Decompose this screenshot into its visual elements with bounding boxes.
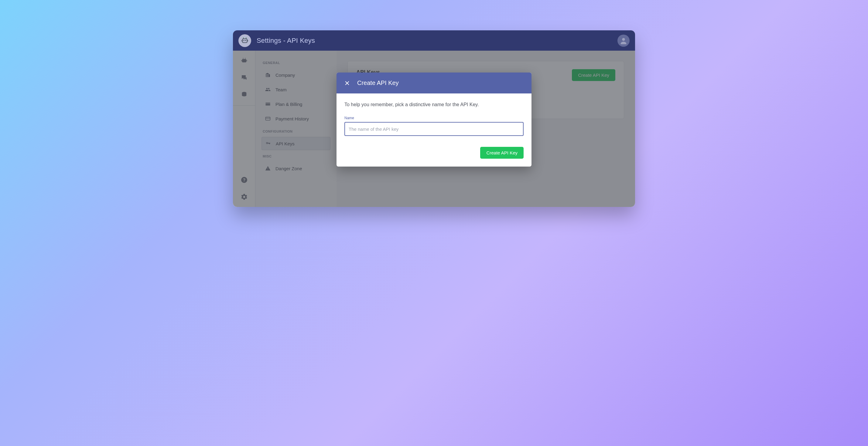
svg-rect-6	[245, 40, 246, 41]
user-icon	[619, 36, 628, 45]
svg-rect-4	[242, 39, 247, 42]
svg-rect-7	[242, 40, 242, 41]
svg-rect-5	[244, 40, 245, 41]
svg-point-9	[622, 38, 625, 41]
close-icon	[344, 80, 350, 86]
robot-icon	[241, 37, 249, 44]
app-header: Settings - API Keys	[233, 30, 635, 51]
svg-rect-8	[247, 40, 248, 41]
user-avatar[interactable]	[617, 35, 629, 47]
app-window: Settings - API Keys	[233, 30, 635, 207]
modal-helper-text: To help you remember, pick a distinctive…	[344, 102, 524, 107]
page-title: Settings - API Keys	[257, 37, 315, 44]
modal-close-button[interactable]	[344, 80, 350, 87]
modal-submit-button[interactable]: Create API Key	[480, 147, 524, 159]
api-key-name-input[interactable]	[344, 122, 524, 136]
name-field-label: Name	[344, 116, 524, 120]
modal-title: Create API Key	[357, 79, 399, 87]
create-api-key-modal: Create API Key To help you remember, pic…	[337, 72, 531, 167]
modal-overlay[interactable]: Create API Key To help you remember, pic…	[233, 51, 635, 207]
modal-header: Create API Key	[337, 72, 531, 94]
app-logo[interactable]	[239, 34, 251, 47]
modal-footer: Create API Key	[337, 139, 531, 167]
modal-body: To help you remember, pick a distinctive…	[337, 94, 531, 139]
